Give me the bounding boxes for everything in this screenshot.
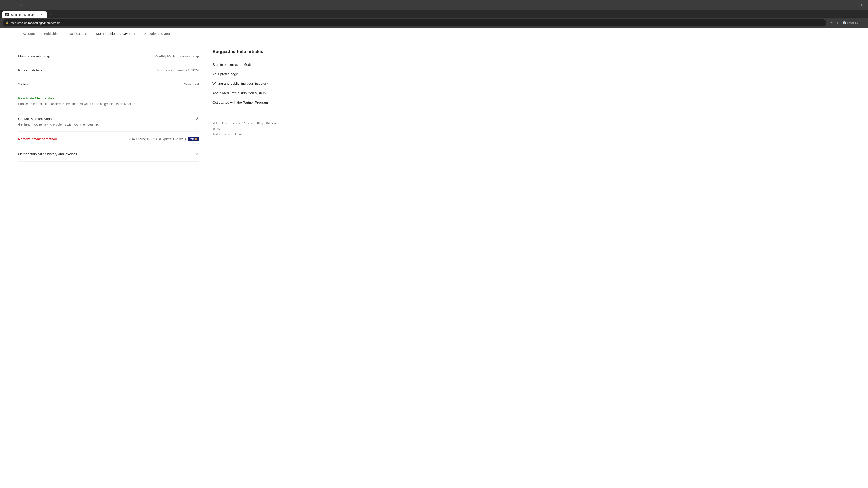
billing-history-external-icon: ↗ bbox=[195, 151, 199, 156]
minimize-button[interactable]: — bbox=[843, 2, 849, 8]
split-screen-button[interactable]: ◫ bbox=[835, 20, 842, 26]
footer-help-link[interactable]: Help bbox=[213, 122, 219, 125]
back-button[interactable]: ← bbox=[3, 2, 9, 8]
lock-icon: 🔒 bbox=[5, 21, 9, 24]
billing-history-label: Membership billing history and invoices bbox=[18, 152, 77, 156]
visa-info-text: Visa ending in 9450 (Expires 12/2027) bbox=[128, 137, 186, 141]
tab-security[interactable]: Security and apps bbox=[140, 28, 176, 40]
footer-terms-link[interactable]: Terms bbox=[213, 127, 220, 130]
tab-notifications[interactable]: Notifications bbox=[64, 28, 92, 40]
status-label: Status bbox=[18, 82, 28, 86]
sidebar-title: Suggested help articles bbox=[213, 49, 285, 54]
help-link-sign-in[interactable]: Sign in or sign up to Medium bbox=[213, 60, 285, 69]
incognito-label: Incognito bbox=[847, 21, 858, 24]
payment-info: Visa ending in 9450 (Expires 12/2027) VI… bbox=[128, 137, 199, 141]
tab-close-button[interactable]: ✕ bbox=[39, 13, 43, 17]
reactivate-description: Subscribe for unlimited access to the sm… bbox=[18, 102, 136, 106]
sidebar: Suggested help articles Sign in or sign … bbox=[213, 49, 285, 162]
help-link-writing[interactable]: Writing and publishing your first story bbox=[213, 79, 285, 88]
contact-support-desc: Get help if you're having problems with … bbox=[18, 123, 99, 126]
main-content: Manage membership Monthly Medium members… bbox=[18, 49, 199, 162]
tab-favicon: M bbox=[5, 13, 9, 17]
footer-tts-link[interactable]: Text to speech bbox=[213, 132, 231, 136]
close-button[interactable]: ✕ bbox=[859, 2, 865, 8]
active-tab[interactable]: M Settings - Medium ✕ bbox=[2, 11, 47, 18]
help-link-distribution[interactable]: About Medium's distribution system bbox=[213, 88, 285, 98]
main-layout: Manage membership Monthly Medium members… bbox=[0, 40, 316, 170]
renewal-details-label: Renewal details bbox=[18, 68, 42, 72]
renewal-details-value: Expires on January 21, 2024 bbox=[156, 68, 199, 72]
bookmark-button[interactable]: ★ bbox=[828, 20, 835, 26]
tab-title: Settings - Medium bbox=[11, 13, 35, 17]
footer-about-link[interactable]: About bbox=[233, 122, 241, 125]
payment-row: Remove payment method Visa ending in 945… bbox=[18, 132, 199, 147]
status-row: Status Cancelled bbox=[18, 77, 199, 91]
renewal-details-row: Renewal details Expires on January 21, 2… bbox=[18, 63, 199, 77]
footer-links-row2: Text to speech Teams bbox=[213, 131, 285, 137]
help-link-profile[interactable]: Your profile page bbox=[213, 69, 285, 79]
footer-teams-link[interactable]: Teams bbox=[235, 132, 243, 136]
reload-button[interactable]: ↻ bbox=[18, 2, 24, 8]
menu-button[interactable]: ⋮ bbox=[859, 20, 865, 26]
incognito-badge: 👔 Incognito bbox=[843, 21, 858, 24]
manage-membership-value: Monthly Medium membership bbox=[154, 54, 199, 58]
address-bar-row: 🔒 medium.com/me/settings/membership ★ ◫ … bbox=[0, 18, 868, 28]
maximize-button[interactable]: □ bbox=[851, 2, 857, 8]
reactivate-link[interactable]: Reactivate Membership bbox=[18, 96, 199, 100]
remove-payment-link[interactable]: Remove payment method bbox=[18, 137, 57, 141]
contact-support-row: Contact Medium Support ↗ Get help if you… bbox=[18, 111, 199, 132]
contact-support-label: Contact Medium Support bbox=[18, 117, 56, 121]
url-text: medium.com/me/settings/membership bbox=[11, 21, 60, 25]
window-controls: — □ ✕ bbox=[843, 2, 865, 8]
settings-nav: Account Publishing Notifications Members… bbox=[0, 28, 868, 40]
browser-nav-controls: ← → ↻ bbox=[3, 2, 24, 8]
tab-publishing[interactable]: Publishing bbox=[39, 28, 64, 40]
browser-titlebar: ← → ↻ — □ ✕ bbox=[0, 0, 868, 10]
footer-status-link[interactable]: Status bbox=[221, 122, 230, 125]
external-link-icon[interactable]: ↗ bbox=[195, 116, 199, 121]
contact-row-header: Contact Medium Support ↗ bbox=[18, 116, 199, 121]
help-link-partner[interactable]: Get started with the Partner Program bbox=[213, 98, 285, 107]
manage-membership-row: Manage membership Monthly Medium members… bbox=[18, 49, 199, 63]
footer-careers-link[interactable]: Careers bbox=[244, 122, 254, 125]
address-bar[interactable]: 🔒 medium.com/me/settings/membership bbox=[3, 20, 827, 26]
browser-action-buttons: ★ ◫ 👔 Incognito ⋮ bbox=[828, 20, 865, 26]
tab-bar: M Settings - Medium ✕ + bbox=[0, 10, 868, 18]
forward-button[interactable]: → bbox=[10, 2, 17, 8]
billing-history-row[interactable]: Membership billing history and invoices … bbox=[18, 147, 199, 162]
reactivate-section: Reactivate Membership Subscribe for unli… bbox=[18, 91, 199, 111]
visa-card-icon: VISA bbox=[188, 137, 199, 141]
manage-membership-label: Manage membership bbox=[18, 54, 50, 58]
footer-privacy-link[interactable]: Privacy bbox=[266, 122, 276, 125]
incognito-icon: 👔 bbox=[843, 21, 846, 24]
footer-links: Help Status About Careers Blog Privacy T… bbox=[213, 121, 285, 137]
tab-membership[interactable]: Membership and payment bbox=[92, 28, 140, 40]
tab-account[interactable]: Account bbox=[18, 28, 39, 40]
page-content: Account Publishing Notifications Members… bbox=[0, 28, 868, 488]
status-value: Cancelled bbox=[184, 82, 199, 86]
footer-links-row1: Help Status About Careers Blog Privacy T… bbox=[213, 121, 285, 131]
footer-blog-link[interactable]: Blog bbox=[257, 122, 263, 125]
new-tab-button[interactable]: + bbox=[48, 12, 54, 18]
